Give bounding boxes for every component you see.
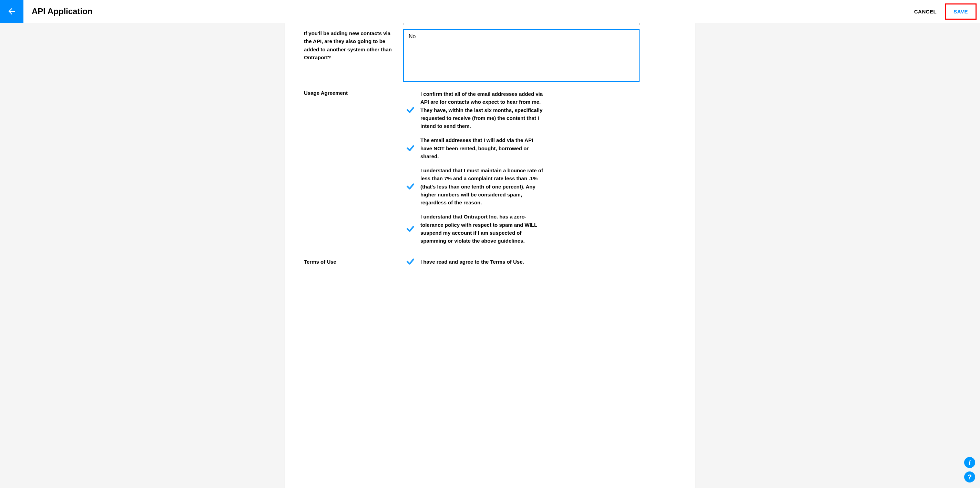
arrow-left-icon (7, 6, 16, 16)
previous-field-bottom (403, 23, 676, 25)
page-header: API Application CANCEL SAVE (0, 0, 980, 23)
check-icon[interactable] (403, 182, 418, 191)
agreement-text: The email addresses that I will add via … (420, 136, 545, 160)
check-icon[interactable] (403, 257, 418, 266)
terms-check-wrap: I have read and agree to the Terms of Us… (403, 257, 524, 266)
check-icon[interactable] (403, 105, 418, 114)
header-actions: CANCEL SAVE (906, 0, 980, 23)
agreement-item: I confirm that all of the email addresse… (403, 90, 644, 130)
agreement-items: I confirm that all of the email addresse… (403, 90, 644, 251)
check-icon[interactable] (403, 224, 418, 233)
agreement-item: I understand that Ontraport Inc. has a z… (403, 213, 644, 245)
usage-agreement-row: Usage Agreement I confirm that all of th… (304, 90, 676, 251)
floating-help-icons: i ? (964, 457, 975, 483)
help-button[interactable]: ? (964, 472, 975, 483)
terms-text: I have read and agree to the Terms of Us… (420, 259, 524, 265)
check-icon[interactable] (403, 144, 418, 153)
question-label: If you'll be adding new contacts via the… (304, 29, 403, 61)
back-button[interactable] (0, 0, 24, 23)
content-panel: If you'll be adding new contacts via the… (285, 23, 695, 488)
terms-row: Terms of Use I have read and agree to th… (304, 257, 676, 266)
agreement-text: I understand that I must maintain a boun… (420, 167, 545, 207)
form-row-question: If you'll be adding new contacts via the… (304, 29, 676, 82)
info-icon: i (969, 459, 971, 467)
usage-agreement-label: Usage Agreement (304, 90, 403, 96)
save-button[interactable]: SAVE (945, 3, 977, 20)
info-button[interactable]: i (964, 457, 975, 468)
main-container: If you'll be adding new contacts via the… (0, 23, 980, 488)
agreement-item: I understand that I must maintain a boun… (403, 167, 644, 207)
question-textarea[interactable]: No (403, 29, 640, 82)
agreement-text: I understand that Ontraport Inc. has a z… (420, 213, 545, 245)
page-title: API Application (32, 6, 92, 16)
question-icon: ? (967, 473, 972, 481)
agreement-item: The email addresses that I will add via … (403, 136, 644, 160)
agreement-text: I confirm that all of the email addresse… (420, 90, 545, 130)
terms-label: Terms of Use (304, 259, 403, 265)
previous-input-edge (403, 23, 640, 25)
cancel-button[interactable]: CANCEL (906, 9, 945, 14)
